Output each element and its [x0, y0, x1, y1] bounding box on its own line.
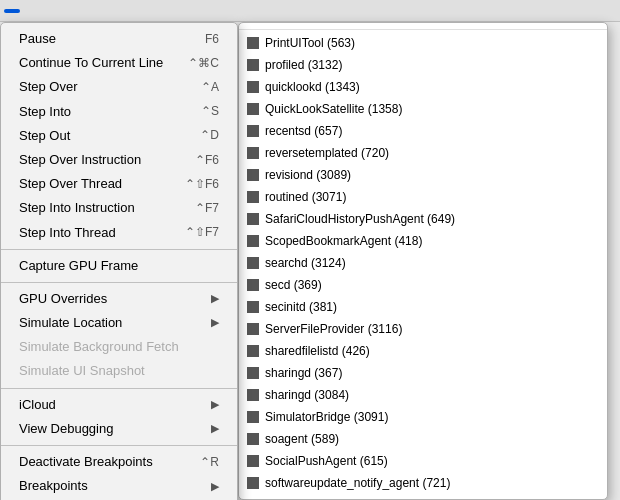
process-icon — [247, 323, 259, 335]
process-icon — [247, 235, 259, 247]
process-icon — [247, 367, 259, 379]
process-item[interactable]: spindump_agent (611) — [239, 494, 607, 499]
menu-item-simulate-ui-snapshot: Simulate UI Snapshot — [1, 359, 237, 383]
menu-item-step-into-instruction[interactable]: Step Into Instruction⌃F7 — [1, 196, 237, 220]
process-name: ScopedBookmarkAgent (418) — [265, 232, 422, 250]
menu-item-shortcut: ⌃A — [201, 79, 219, 96]
submenu-arrow-icon: ▶ — [211, 291, 219, 306]
process-name: sharedfilelistd (426) — [265, 342, 370, 360]
menu-item-label: Step Over Instruction — [19, 151, 141, 169]
process-name: searchd (3124) — [265, 254, 346, 272]
menu-item-breakpoints[interactable]: Breakpoints▶ — [1, 474, 237, 498]
process-name: soagent (589) — [265, 430, 339, 448]
process-name: reversetemplated (720) — [265, 144, 389, 162]
menu-item-capture-gpu-frame[interactable]: Capture GPU Frame — [1, 254, 237, 278]
menu-item-label: Step Out — [19, 127, 70, 145]
process-name: revisiond (3089) — [265, 166, 351, 184]
process-icon — [247, 37, 259, 49]
process-icon — [247, 345, 259, 357]
process-item[interactable]: searchd (3124) — [239, 252, 607, 274]
process-name: SafariCloudHistoryPushAgent (649) — [265, 210, 455, 228]
process-item[interactable]: soagent (589) — [239, 428, 607, 450]
process-icon — [247, 257, 259, 269]
process-icon — [247, 411, 259, 423]
submenu-arrow-icon: ▶ — [211, 421, 219, 436]
menu-item-deactivate-breakpoints[interactable]: Deactivate Breakpoints⌃R — [1, 450, 237, 474]
process-name: spindump_agent (611) — [265, 496, 385, 499]
process-item[interactable]: SimulatorBridge (3091) — [239, 406, 607, 428]
process-name: ServerFileProvider (3116) — [265, 320, 402, 338]
menu-item-gpu-overrides[interactable]: GPU Overrides▶ — [1, 287, 237, 311]
menu-item-icloud[interactable]: iCloud▶ — [1, 393, 237, 417]
menu-item-label: Step Into Instruction — [19, 199, 135, 217]
menu-item-view-debugging[interactable]: View Debugging▶ — [1, 417, 237, 441]
submenu-arrow-icon: ▶ — [211, 397, 219, 412]
process-name: softwareupdate_notify_agent (721) — [265, 474, 450, 492]
menubar-source-control[interactable] — [20, 9, 36, 13]
process-name: SocialPushAgent (615) — [265, 452, 388, 470]
menu-separator — [1, 249, 237, 250]
process-item[interactable]: quicklookd (1343) — [239, 76, 607, 98]
process-name: recentsd (657) — [265, 122, 342, 140]
process-icon — [247, 477, 259, 489]
menu-separator — [1, 282, 237, 283]
process-item[interactable]: sharingd (3084) — [239, 384, 607, 406]
process-item[interactable]: QuickLookSatellite (1358) — [239, 98, 607, 120]
process-item[interactable]: reversetemplated (720) — [239, 142, 607, 164]
menubar-debug[interactable] — [4, 9, 20, 13]
process-item[interactable]: profiled (3132) — [239, 54, 607, 76]
menu-item-label: Pause — [19, 30, 56, 48]
process-icon — [247, 81, 259, 93]
process-item[interactable]: revisiond (3089) — [239, 164, 607, 186]
menu-item-label: Breakpoints — [19, 477, 88, 495]
menu-item-shortcut: ⌃R — [200, 454, 219, 471]
menu-item-step-over-instruction[interactable]: Step Over Instruction⌃F6 — [1, 148, 237, 172]
menu-item-step-into[interactable]: Step Into⌃S — [1, 100, 237, 124]
process-item[interactable]: softwareupdate_notify_agent (721) — [239, 472, 607, 494]
menu-item-step-out[interactable]: Step Out⌃D — [1, 124, 237, 148]
process-name: sharingd (367) — [265, 364, 342, 382]
process-item[interactable]: secinitd (381) — [239, 296, 607, 318]
menu-item-shortcut: ⌃S — [201, 103, 219, 120]
process-item[interactable]: sharedfilelistd (426) — [239, 340, 607, 362]
process-icon — [247, 455, 259, 467]
process-name: QuickLookSatellite (1358) — [265, 100, 402, 118]
menu-item-simulate-background-fetch: Simulate Background Fetch — [1, 335, 237, 359]
menu-item-continue-to-current-line[interactable]: Continue To Current Line⌃⌘C — [1, 51, 237, 75]
process-item[interactable]: secd (369) — [239, 274, 607, 296]
process-name: secd (369) — [265, 276, 322, 294]
process-item[interactable]: sharingd (367) — [239, 362, 607, 384]
menu-item-label: Capture GPU Frame — [19, 257, 138, 275]
process-icon — [247, 169, 259, 181]
menu-item-pause[interactable]: PauseF6 — [1, 27, 237, 51]
menu-item-shortcut: F6 — [205, 31, 219, 48]
menu-item-label: View Debugging — [19, 420, 113, 438]
process-item[interactable]: PrintUITool (563) — [239, 32, 607, 54]
process-item[interactable]: routined (3071) — [239, 186, 607, 208]
menu-item-step-over[interactable]: Step Over⌃A — [1, 75, 237, 99]
process-icon — [247, 213, 259, 225]
menu-item-label: Deactivate Breakpoints — [19, 453, 153, 471]
process-name: secinitd (381) — [265, 298, 337, 316]
process-name: quicklookd (1343) — [265, 78, 360, 96]
process-item[interactable]: SocialPushAgent (615) — [239, 450, 607, 472]
menu-item-step-into-thread[interactable]: Step Into Thread⌃⇧F7 — [1, 221, 237, 245]
menubar-help[interactable] — [52, 9, 68, 13]
process-item[interactable]: ScopedBookmarkAgent (418) — [239, 230, 607, 252]
process-icon — [247, 59, 259, 71]
process-item[interactable]: SafariCloudHistoryPushAgent (649) — [239, 208, 607, 230]
menu-item-shortcut: ⌃F7 — [195, 200, 219, 217]
process-list[interactable]: PrintUITool (563)profiled (3132)quickloo… — [239, 30, 607, 499]
process-item[interactable]: ServerFileProvider (3116) — [239, 318, 607, 340]
menu-item-label: Step Over Thread — [19, 175, 122, 193]
process-item[interactable]: recentsd (657) — [239, 120, 607, 142]
menu-item-label: GPU Overrides — [19, 290, 107, 308]
process-name: PrintUITool (563) — [265, 34, 355, 52]
menu-item-simulate-location[interactable]: Simulate Location▶ — [1, 311, 237, 335]
menu-item-step-over-thread[interactable]: Step Over Thread⌃⇧F6 — [1, 172, 237, 196]
menu-item-label: Simulate Location — [19, 314, 122, 332]
process-name: sharingd (3084) — [265, 386, 349, 404]
menubar — [0, 0, 620, 22]
menu-item-shortcut: ⌃⇧F6 — [185, 176, 219, 193]
menubar-window[interactable] — [36, 9, 52, 13]
